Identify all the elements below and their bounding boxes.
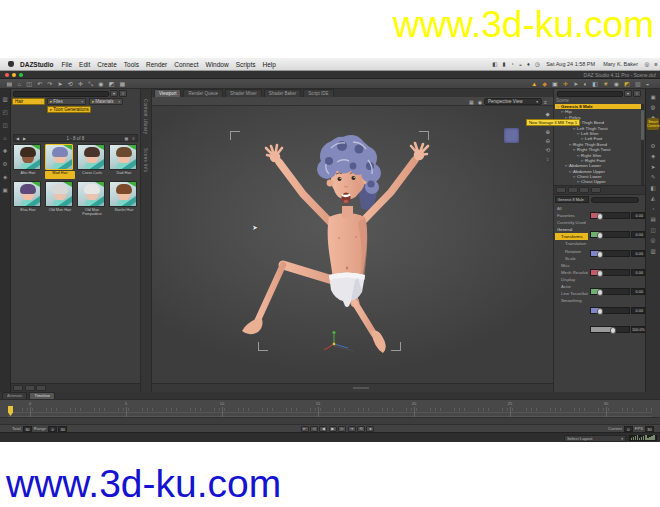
- edit-rail-icon[interactable]: ✎: [646, 174, 660, 180]
- product-item[interactable]: Mod Hair: [45, 144, 75, 179]
- param-group-smoothing[interactable]: Smoothing: [555, 297, 588, 304]
- menu-scripts[interactable]: Scripts: [236, 58, 256, 71]
- help-icon[interactable]: ◒: [646, 79, 650, 89]
- cameras-icon[interactable]: ◉: [614, 79, 619, 89]
- shade-rail-icon[interactable]: ◍: [646, 104, 660, 110]
- slider-z-translate[interactable]: Z Translate0.00: [590, 243, 645, 262]
- volume-icon[interactable]: ◒: [519, 58, 522, 71]
- slider-track[interactable]: [590, 212, 630, 219]
- total-frames-field[interactable]: 30: [23, 426, 32, 432]
- disk-rail-icon[interactable]: ◫: [646, 227, 660, 233]
- skip-start-icon[interactable]: ⇤: [301, 426, 309, 432]
- slider-track[interactable]: [590, 288, 630, 295]
- display-icon[interactable]: ◧: [492, 58, 497, 71]
- frame-icon[interactable]: ▦: [120, 79, 126, 89]
- filter-button[interactable]: ▾: [110, 90, 118, 97]
- param-group-misc[interactable]: Misc: [555, 262, 588, 269]
- slider-x-rotate[interactable]: X Rotate0.00: [590, 262, 645, 281]
- gem-rail-icon[interactable]: ◈: [0, 174, 10, 180]
- next-page-button[interactable]: ▶: [21, 136, 28, 141]
- camera-selector-dropdown[interactable]: Perspective View▾: [484, 98, 542, 105]
- clock-icon[interactable]: ◷: [535, 58, 540, 71]
- dock-tab-scene-info[interactable]: Scene Info: [143, 148, 148, 173]
- prev-frame-icon[interactable]: ◁: [310, 426, 318, 432]
- range-end-field[interactable]: 30: [58, 426, 67, 432]
- param-group-translation[interactable]: Translation: [555, 240, 588, 247]
- cam-rail-icon[interactable]: ◎: [646, 237, 660, 243]
- bluetooth-icon[interactable]: ♦: [527, 58, 530, 71]
- open-file-icon[interactable]: ⌂: [17, 79, 21, 89]
- lights-icon[interactable]: ☀: [603, 79, 608, 89]
- scene-remove-button[interactable]: [568, 187, 578, 193]
- param-group-line-tessellation[interactable]: Line Tessellation: [555, 290, 588, 297]
- new-scene-icon[interactable]: ▤: [7, 79, 13, 89]
- param-group-rotation[interactable]: Rotation: [555, 248, 588, 255]
- product-thumbnail[interactable]: [45, 144, 73, 170]
- product-item[interactable]: Elsa Hair: [13, 181, 43, 216]
- product-item[interactable]: Afro Hair: [13, 144, 43, 179]
- param-group-scale[interactable]: Scale: [555, 255, 588, 262]
- dolly-icon[interactable]: ↕: [546, 156, 549, 162]
- menu-render[interactable]: Render: [146, 58, 167, 71]
- smart-content-icon[interactable]: ▲: [531, 79, 537, 89]
- product-thumbnail[interactable]: [77, 181, 105, 207]
- scene-add-button[interactable]: [556, 187, 566, 193]
- playhead[interactable]: [8, 406, 13, 416]
- slider-value[interactable]: 0.00: [631, 288, 645, 295]
- reverse-icon[interactable]: ◀: [319, 426, 327, 432]
- param-group-actor[interactable]: Actor: [555, 283, 588, 290]
- scene-filter-button[interactable]: [579, 187, 589, 193]
- product-thumbnail[interactable]: [77, 144, 105, 170]
- slider-knob[interactable]: [610, 327, 617, 334]
- slider-knob[interactable]: [597, 213, 604, 220]
- slider-value[interactable]: 0.00: [631, 307, 645, 314]
- settings-rail-icon[interactable]: ⚙: [0, 161, 10, 167]
- product-thumbnail[interactable]: [45, 181, 73, 207]
- zoom-in-icon[interactable]: ⊕: [545, 129, 550, 135]
- footer-tags-button[interactable]: [13, 385, 23, 391]
- viewport-canvas[interactable]: ➤ ◆✛⊕⊖⟲↕: [152, 106, 553, 383]
- slider-track[interactable]: [590, 269, 630, 276]
- draw-style-icon[interactable]: ▦: [469, 99, 474, 105]
- slider-value[interactable]: 100.0%: [631, 326, 645, 333]
- param-group-currently-used[interactable]: Currently Used: [555, 219, 588, 226]
- scene-search-input[interactable]: [557, 91, 623, 97]
- menubar-clock[interactable]: Sat Aug 24 1:58 PM: [546, 58, 595, 71]
- product-thumbnail[interactable]: [13, 144, 41, 170]
- menu-help[interactable]: Help: [263, 58, 276, 71]
- sheet-rail-icon[interactable]: ▤: [646, 216, 660, 222]
- translate-gizmo[interactable]: [322, 330, 362, 356]
- slider-track[interactable]: [590, 250, 630, 257]
- surfaces-icon[interactable]: ◧: [592, 79, 598, 89]
- product-thumbnail[interactable]: [13, 181, 41, 207]
- timeline-range-strip[interactable]: [0, 417, 660, 424]
- zoom-out-icon[interactable]: ⊖: [545, 138, 550, 144]
- misc-rail-icon[interactable]: ▥: [646, 248, 660, 254]
- sort-button[interactable]: ≡: [130, 136, 137, 141]
- scene-menu-button[interactable]: [591, 187, 601, 193]
- wifi-icon[interactable]: ◔: [510, 58, 513, 71]
- param-group-transforms[interactable]: Transforms: [555, 233, 588, 240]
- surface-select-icon[interactable]: ◉: [98, 79, 103, 89]
- tab-animate[interactable]: Animate: [2, 392, 27, 399]
- tab-render-queue[interactable]: Render Queue: [183, 89, 223, 97]
- materials-dropdown[interactable]: ▸Materials▾: [89, 98, 123, 105]
- slider-track[interactable]: [590, 326, 630, 333]
- tab-timeline[interactable]: Timeline: [29, 392, 55, 399]
- scene-expand-button[interactable]: ▾: [624, 90, 632, 97]
- build-rail-icon[interactable]: ◔: [646, 206, 660, 212]
- menu-window[interactable]: Window: [206, 58, 229, 71]
- slider-knob[interactable]: [597, 289, 604, 296]
- library-rail-icon[interactable]: ▣: [646, 94, 660, 100]
- cube-view-icon[interactable]: ◆: [546, 111, 550, 117]
- home-rail-icon[interactable]: ⌂: [0, 135, 10, 141]
- product-item[interactable]: Old Man Pompadour: [77, 181, 107, 216]
- surface-rail-icon[interactable]: ◧: [646, 185, 660, 191]
- timeline-ruler[interactable]: 051015202530: [0, 399, 660, 417]
- rotate-tool-icon[interactable]: ⟲: [68, 79, 73, 89]
- layout-selector-dropdown[interactable]: Select Layout▾: [564, 435, 626, 442]
- product-thumbnail[interactable]: [109, 144, 137, 170]
- save-icon[interactable]: ◫: [26, 79, 32, 89]
- skip-end-icon[interactable]: ⇥: [348, 426, 356, 432]
- slider-x-translate[interactable]: X Translate0.00: [590, 205, 645, 224]
